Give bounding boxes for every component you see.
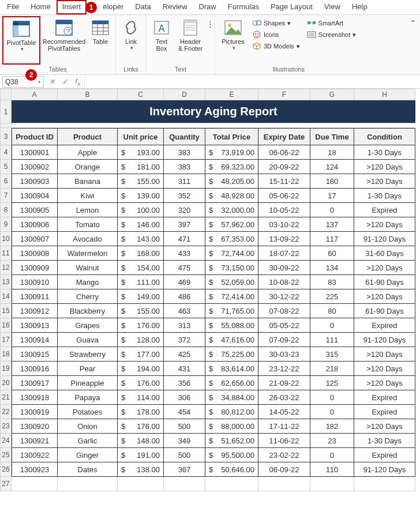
cell[interactable]: 55,088.00 <box>205 318 258 333</box>
cell[interactable]: Potatoes <box>58 405 118 419</box>
cell[interactable]: 21-09-22 <box>258 376 310 390</box>
cell[interactable]: 139.00 <box>118 189 164 203</box>
cell[interactable]: 176.00 <box>118 318 164 333</box>
cell[interactable]: 110 <box>310 462 354 477</box>
cell[interactable]: 124 <box>310 160 354 174</box>
cell[interactable]: 06-06-22 <box>258 145 310 160</box>
cell[interactable]: 372 <box>164 333 205 347</box>
menu-formulas[interactable]: Formulas <box>222 0 265 14</box>
enter-formula-icon[interactable]: ✓ <box>59 77 72 86</box>
cell[interactable]: 306 <box>164 390 205 405</box>
cell[interactable]: 1300913 <box>12 318 58 333</box>
cell[interactable]: Kiwi <box>58 189 118 203</box>
cell[interactable] <box>354 477 415 491</box>
cell[interactable]: 13-09-22 <box>258 232 310 246</box>
cell[interactable]: 383 <box>164 160 205 174</box>
formula-input[interactable] <box>84 76 420 88</box>
cell[interactable]: 30-12-22 <box>258 289 310 304</box>
cell[interactable]: 148.00 <box>118 434 164 448</box>
menu-review[interactable]: Review <box>157 0 193 14</box>
col-header[interactable]: B <box>58 89 118 100</box>
col-header[interactable]: H <box>354 89 415 100</box>
text-box-button[interactable]: A Text Box <box>149 16 174 65</box>
cell[interactable]: 146.00 <box>118 217 164 232</box>
cell[interactable]: 17 <box>310 189 354 203</box>
cell[interactable]: 72,414.00 <box>205 289 258 304</box>
recommended-pivottables-button[interactable]: ? Recommended PivotTables <box>40 16 88 65</box>
cell[interactable]: >120 Days <box>354 261 415 275</box>
cell[interactable]: 71,765.00 <box>205 304 258 318</box>
cell[interactable]: >120 Days <box>354 347 415 362</box>
row-header[interactable]: 17 <box>0 333 12 347</box>
cell[interactable]: 1300914 <box>12 333 58 347</box>
cell[interactable] <box>12 477 58 491</box>
cell[interactable]: 30-03-23 <box>258 347 310 362</box>
table-button[interactable]: Table <box>88 16 113 65</box>
cell[interactable]: 100.00 <box>118 203 164 217</box>
cell[interactable]: 69,323.00 <box>205 160 258 174</box>
cell[interactable]: 1300921 <box>12 434 58 448</box>
cell[interactable]: 07-08-22 <box>258 304 310 318</box>
smartart-button[interactable]: SmartArt <box>306 17 358 29</box>
cell[interactable]: Garlic <box>58 434 118 448</box>
cell[interactable]: 80 <box>310 304 354 318</box>
col-header[interactable]: G <box>310 89 354 100</box>
cell[interactable]: 1300906 <box>12 217 58 232</box>
cell[interactable]: 128.00 <box>118 333 164 347</box>
cell[interactable]: >120 Days <box>354 362 415 376</box>
cell[interactable]: 191.00 <box>118 448 164 462</box>
cell[interactable]: 73,919.00 <box>205 145 258 160</box>
cell[interactable]: 91-120 Days <box>354 232 415 246</box>
cell[interactable]: 155.00 <box>118 304 164 318</box>
row-header[interactable]: 4 <box>0 145 12 160</box>
shapes-button[interactable]: Shapes ▾ <box>251 17 301 29</box>
cell[interactable]: 61-90 Days <box>354 304 415 318</box>
cell[interactable]: Guava <box>58 333 118 347</box>
cell[interactable]: Tomato <box>58 217 118 232</box>
name-box[interactable]: Q38 <box>2 76 44 88</box>
row-header[interactable]: 1 <box>0 100 12 123</box>
cell[interactable]: 143.00 <box>118 232 164 246</box>
cancel-formula-icon[interactable]: ✕ <box>46 77 59 86</box>
cell[interactable]: 1300919 <box>12 405 58 419</box>
text-more-icon[interactable]: ⋮ <box>207 16 212 65</box>
cell[interactable]: Expired <box>354 405 415 419</box>
cell[interactable]: 111 <box>310 333 354 347</box>
cell[interactable]: 26-03-22 <box>258 390 310 405</box>
cell[interactable]: 67,353.00 <box>205 232 258 246</box>
col-header[interactable]: D <box>164 89 205 100</box>
cell[interactable]: 138.00 <box>118 462 164 477</box>
row-header[interactable]: 27 <box>0 477 12 491</box>
cell[interactable]: Dates <box>58 462 118 477</box>
cell[interactable]: 15-11-22 <box>258 174 310 189</box>
cell[interactable]: 1300907 <box>12 232 58 246</box>
cell[interactable]: 111.00 <box>118 275 164 289</box>
menu-help[interactable]: Help <box>346 0 373 14</box>
cell[interactable] <box>310 477 354 491</box>
cell[interactable]: 352 <box>164 189 205 203</box>
cell[interactable]: Expired <box>354 448 415 462</box>
row-header[interactable]: 21 <box>0 390 12 405</box>
cell[interactable]: 1300917 <box>12 376 58 390</box>
cell[interactable]: 1300923 <box>12 462 58 477</box>
menu-insert[interactable]: Insert <box>57 0 87 14</box>
row-header[interactable]: 6 <box>0 174 12 189</box>
cell[interactable]: Expired <box>354 390 415 405</box>
row-header[interactable]: 14 <box>0 289 12 304</box>
cell[interactable]: 117 <box>310 232 354 246</box>
cell[interactable]: 1300903 <box>12 174 58 189</box>
cell[interactable]: 30-09-22 <box>258 261 310 275</box>
col-header[interactable]: A <box>12 89 58 100</box>
cell[interactable]: 14-05-22 <box>258 405 310 419</box>
cell[interactable]: 367 <box>164 462 205 477</box>
cell[interactable]: 1-30 Days <box>354 145 415 160</box>
cell[interactable]: 0 <box>310 203 354 217</box>
cell[interactable]: >120 Days <box>354 289 415 304</box>
menu-draw[interactable]: Draw <box>193 0 222 14</box>
cell[interactable]: 32,000.00 <box>205 203 258 217</box>
row-header[interactable] <box>0 123 12 128</box>
cell[interactable]: 1300910 <box>12 275 58 289</box>
cell[interactable]: 10-08-22 <box>258 275 310 289</box>
cell[interactable]: 500 <box>164 419 205 434</box>
menu-file[interactable]: File <box>1 0 25 14</box>
